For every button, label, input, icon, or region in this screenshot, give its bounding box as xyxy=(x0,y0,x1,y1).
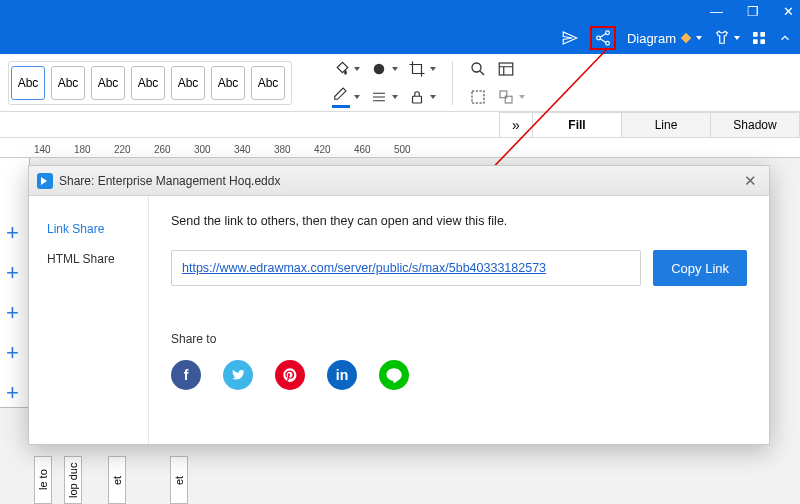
selection-icon xyxy=(469,88,487,106)
close-window-button[interactable]: ✕ xyxy=(783,4,794,19)
chevron-down-icon xyxy=(519,95,525,99)
diagram-menu[interactable]: Diagram xyxy=(627,31,702,46)
sidebar-item-link-share[interactable]: Link Share xyxy=(29,214,148,244)
dialog-close-button[interactable]: ✕ xyxy=(740,172,761,190)
chevron-down-icon xyxy=(430,67,436,71)
share-dialog: Share: Enterprise Management Hoq.eddx ✕ … xyxy=(28,165,770,445)
chevron-down-icon xyxy=(354,95,360,99)
apps-icon[interactable] xyxy=(751,30,767,46)
style-preset[interactable]: Abc xyxy=(91,66,125,100)
tab-line[interactable]: Line xyxy=(621,112,711,137)
svg-rect-3 xyxy=(753,32,758,37)
maximize-button[interactable]: ❐ xyxy=(747,4,759,19)
horizontal-ruler: 140 180 220 260 300 340 380 420 460 500 xyxy=(0,138,800,158)
share-icon[interactable] xyxy=(590,26,616,50)
search-tool[interactable] xyxy=(469,58,487,80)
share-to-label: Share to xyxy=(171,332,747,346)
linkedin-icon[interactable]: in xyxy=(327,360,357,390)
line-style-tool[interactable] xyxy=(370,86,398,108)
style-preset[interactable]: Abc xyxy=(51,66,85,100)
tab-fill[interactable]: Fill xyxy=(532,112,622,137)
canvas-cell: et xyxy=(108,456,126,504)
lines-icon xyxy=(370,88,388,106)
line-icon[interactable] xyxy=(379,360,409,390)
svg-rect-4 xyxy=(760,32,765,37)
side-panel-tabs: » Fill Line Shadow xyxy=(0,112,800,138)
style-preset[interactable]: Abc xyxy=(131,66,165,100)
send-icon[interactable] xyxy=(561,29,579,47)
chevron-down-icon xyxy=(392,95,398,99)
share-description: Send the link to others, then they can o… xyxy=(171,214,747,228)
crop-tool[interactable] xyxy=(408,58,436,80)
app-menubar: Diagram xyxy=(0,22,800,54)
chevron-down-icon xyxy=(696,36,702,40)
twitter-icon[interactable] xyxy=(223,360,253,390)
chevron-down-icon xyxy=(354,67,360,71)
plus-handle[interactable]: + xyxy=(6,340,19,366)
style-preset[interactable]: Abc xyxy=(11,66,45,100)
ribbon: Abc Abc Abc Abc Abc Abc Abc xyxy=(0,54,800,112)
app-logo-icon xyxy=(37,173,53,189)
pinterest-icon[interactable] xyxy=(275,360,305,390)
social-buttons: f in xyxy=(171,360,747,390)
plus-handle[interactable]: + xyxy=(6,260,19,286)
search-icon xyxy=(469,60,487,78)
select-tool[interactable] xyxy=(469,86,487,108)
style-preset[interactable]: Abc xyxy=(211,66,245,100)
shape-tool[interactable] xyxy=(370,58,398,80)
svg-rect-10 xyxy=(472,91,484,103)
dialog-sidebar: Link Share HTML Share xyxy=(29,196,149,444)
svg-rect-8 xyxy=(413,96,422,103)
collapse-icon[interactable] xyxy=(778,31,792,45)
plus-handle[interactable]: + xyxy=(6,220,19,246)
pen-tool[interactable] xyxy=(332,86,360,108)
group-tool[interactable] xyxy=(497,86,525,108)
svg-point-7 xyxy=(374,63,385,74)
lock-tool[interactable] xyxy=(408,86,436,108)
style-preset[interactable]: Abc xyxy=(251,66,285,100)
facebook-icon[interactable]: f xyxy=(171,360,201,390)
layout-tool[interactable] xyxy=(497,58,525,80)
share-url-field[interactable]: https://www.edrawmax.com/server/public/s… xyxy=(171,250,641,286)
svg-point-9 xyxy=(472,63,481,72)
lock-icon xyxy=(408,88,426,106)
plus-handle[interactable]: + xyxy=(6,300,19,326)
diamond-icon xyxy=(679,31,693,45)
pen-icon xyxy=(332,86,350,100)
paint-bucket-icon xyxy=(332,60,350,78)
chevron-down-icon xyxy=(430,95,436,99)
fill-tool[interactable] xyxy=(332,58,360,80)
dialog-title: Share: Enterprise Management Hoq.eddx xyxy=(59,174,280,188)
sidebar-item-html-share[interactable]: HTML Share xyxy=(29,244,148,274)
style-gallery[interactable]: Abc Abc Abc Abc Abc Abc Abc xyxy=(8,61,292,105)
minimize-button[interactable]: — xyxy=(710,4,723,19)
svg-rect-5 xyxy=(753,39,758,44)
chevron-down-icon xyxy=(734,36,740,40)
share-url-link[interactable]: https://www.edrawmax.com/server/public/s… xyxy=(182,261,546,275)
crop-icon xyxy=(408,60,426,78)
copy-link-button[interactable]: Copy Link xyxy=(653,250,747,286)
svg-rect-6 xyxy=(760,39,765,44)
canvas-cell: et xyxy=(170,456,188,504)
style-preset[interactable]: Abc xyxy=(171,66,205,100)
canvas-cell: lop duc xyxy=(64,456,82,504)
tab-shadow[interactable]: Shadow xyxy=(710,112,800,137)
tshirt-menu[interactable] xyxy=(713,29,740,47)
circle-icon xyxy=(370,60,388,78)
plus-handle[interactable]: + xyxy=(6,380,19,406)
window-titlebar: — ❐ ✕ xyxy=(0,0,800,22)
chevron-down-icon xyxy=(392,67,398,71)
dialog-titlebar: Share: Enterprise Management Hoq.eddx ✕ xyxy=(29,166,769,196)
group-icon xyxy=(497,88,515,106)
canvas-cell: le to xyxy=(34,456,52,504)
layout-icon xyxy=(497,60,515,78)
svg-rect-11 xyxy=(499,63,513,75)
dialog-main: Send the link to others, then they can o… xyxy=(149,196,769,444)
tshirt-icon xyxy=(713,29,731,47)
expand-panel-button[interactable]: » xyxy=(499,112,533,137)
